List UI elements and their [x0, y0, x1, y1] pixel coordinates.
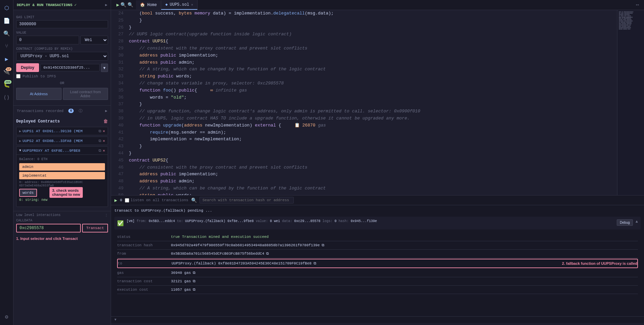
uups2-close-icon[interactable]: ✕	[103, 139, 105, 143]
deploy-chevron-button[interactable]: ▾	[101, 64, 108, 72]
deploy-address-input[interactable]: 0x9145CCE52D386f25...	[40, 64, 100, 71]
code-line-34: string public words;	[129, 73, 614, 80]
value-input[interactable]: 0	[16, 36, 79, 44]
expand-terminal-icon[interactable]: ▼	[114, 318, 116, 322]
uups2-caret-icon: ▶	[19, 139, 21, 143]
words-annotation: 3. check wordschanged to new	[49, 187, 83, 198]
tx-success-row: ✅ [vm] from: 0x5B3...eddc4 to: UUPSProxy…	[114, 217, 641, 229]
tx-cost-copy-icon[interactable]: ⧉	[193, 279, 195, 283]
settings-icon[interactable]: ⚙	[1, 312, 12, 322]
deploy-content: GAS LIMIT 3000000 VALUE 0 Wei Gwei Finne…	[13, 10, 111, 103]
tab-home[interactable]: 🏠 Home	[136, 0, 161, 9]
play-icon[interactable]: ▶	[116, 2, 119, 8]
search-icon[interactable]: 🔍	[1, 28, 12, 39]
gas-input[interactable]: 3000000	[16, 20, 108, 28]
code-line-26: }	[129, 24, 614, 31]
listen-all-checkbox[interactable]	[125, 198, 129, 203]
gas-label: GAS LIMIT	[16, 15, 108, 19]
debug-icon[interactable]: 🐛 203	[1, 79, 12, 90]
to-row: to UUPSProxy.(fallback) 0xf8e81D47203A59…	[117, 259, 638, 268]
deploy-icon[interactable]: ▶	[1, 54, 12, 65]
tx-hash-value: 0x945d702a49f479f986559f70c0ab6814953494…	[171, 243, 638, 247]
low-level-section: Low level interactions ⋮ CALLDATA 0xc298…	[13, 211, 111, 234]
gas-row: gas 36940 gas ⧉	[117, 269, 638, 277]
gas-copy-icon[interactable]: ⧉	[193, 271, 195, 275]
contract-item-uupsproxy-header[interactable]: ▼ UUPSPROXY AT 0XF8E...9FBE8 ⧉ ✕	[16, 147, 108, 154]
calldata-label: CALLDATA	[16, 219, 108, 222]
contract-item-uups2: ▶ UUPS2 AT 0XD8B...33FA8 (MEM ⧉ ✕	[16, 137, 108, 145]
at-address-button[interactable]: At Address	[16, 88, 62, 100]
debug-badge: 203	[4, 80, 11, 84]
exec-cost-row: execution cost 11057 gas ⧉	[117, 286, 638, 294]
tx-recorded-row: Transactions recorded 6 ⓘ ▶	[13, 105, 111, 116]
code-line-24: (bool success, bytes memory data) = impl…	[129, 10, 614, 17]
tab-close-icon[interactable]: ✕	[191, 3, 193, 7]
uups1-copy-icon[interactable]: ⧉	[99, 129, 101, 133]
run-controls: ▶ 🔍 🔍	[114, 1, 136, 9]
contract-item-uups1: ▶ UUPS1 AT 0XD91...39138 (MEM ⧉ ✕	[16, 127, 108, 135]
code-line-45: implementation = newImplementation;	[129, 136, 614, 143]
addr-info: 0: address: 0xd8b934580fcE35a11B58C6D73a…	[19, 181, 105, 187]
trash-icon[interactable]: 🗑	[103, 119, 108, 124]
collapse-icon[interactable]: ▶	[105, 3, 107, 7]
tab-uups-sol[interactable]: ◆ UUPS.sol ✕	[161, 0, 198, 10]
publish-ipfs-checkbox[interactable]	[16, 74, 21, 78]
load-contract-button[interactable]: Load contract from Addre	[63, 88, 108, 100]
uupsproxy-close-icon[interactable]: ✕	[103, 148, 105, 153]
git-icon[interactable]: ⑂	[1, 41, 12, 52]
expand-tx-icon[interactable]: ▲	[636, 219, 638, 224]
tx-detail-section: status true Transaction mined and execut…	[114, 231, 641, 295]
exec-cost-copy-icon[interactable]: ⧉	[193, 288, 195, 292]
implementat-button[interactable]: implementat	[19, 172, 105, 179]
tx-expand-icon[interactable]: ▶	[105, 109, 107, 113]
minimap-content: ████ ██ ████████████████ ███ ████ ██████…	[617, 10, 644, 31]
transact-button[interactable]: Transact	[82, 224, 108, 232]
zoom-out-icon[interactable]: 🔍	[120, 2, 126, 8]
contract-item-uups1-header[interactable]: ▶ UUPS1 AT 0XD91...39138 (MEM ⧉ ✕	[16, 127, 108, 135]
tx-hash-copy-icon[interactable]: ⧉	[322, 243, 324, 247]
exec-cost-text: 11057 gas	[171, 288, 191, 292]
code-line-44: require(msg.sender == admin);	[129, 129, 614, 136]
admin-button[interactable]: admin	[19, 163, 105, 171]
files-icon[interactable]: 📄	[1, 15, 12, 26]
calldata-input[interactable]: 0xc2985578	[16, 224, 81, 232]
code-line-49: contract UUPS2{	[129, 157, 614, 164]
terminal-bottom: ▼	[111, 316, 644, 323]
plugin-icon[interactable]: 🔌 17	[1, 67, 12, 77]
exec-cost-label: execution cost	[117, 288, 171, 292]
from-address-text: 0x5B38Da6a701c568545dCFcB03FcB875f56bedd…	[171, 252, 264, 256]
from-copy-icon[interactable]: ⧉	[266, 252, 269, 256]
contract-item-uups2-header[interactable]: ▶ UUPS2 AT 0XD8B...33FA8 (MEM ⧉ ✕	[16, 137, 108, 145]
uupsproxy-name: UUPSPROXY AT 0XF8E...9FBE8	[23, 149, 97, 153]
gas-value: 36940 gas ⧉	[171, 271, 638, 275]
low-level-menu-icon[interactable]: ⋮	[105, 213, 108, 217]
deploy-button[interactable]: Deploy	[16, 63, 39, 72]
uupsproxy-copy-icon[interactable]: ⧉	[99, 149, 101, 153]
terminal-area: ▶ 0 listen on all transactions 🔍 transac…	[111, 195, 644, 323]
info-icon: ⓘ	[79, 108, 82, 113]
status-label: status	[117, 235, 171, 239]
value-label: VALUE	[16, 31, 108, 35]
logo-icon[interactable]: ⬡	[1, 3, 12, 13]
code-line-28: // UUPS logic contract(upgrade function …	[129, 31, 614, 38]
code-line-36: // change state variable in proxy, selec…	[129, 80, 614, 87]
code-line-38: words = "old";	[129, 94, 614, 101]
contract-select[interactable]: UUPSProxy - UUPS.sol UUPS1 - UUPS.sol UU…	[16, 52, 108, 61]
gas-detail-label: gas	[117, 271, 171, 275]
value-unit-select[interactable]: Wei Gwei Finney Ether	[80, 36, 108, 44]
zoom-in-icon[interactable]: 🔍	[128, 2, 133, 8]
debug-button[interactable]: Debug	[617, 219, 633, 226]
expand-editor-icon[interactable]: ⟷	[634, 2, 641, 7]
uups1-close-icon[interactable]: ✕	[103, 129, 105, 133]
uups2-copy-icon[interactable]: ⧉	[99, 139, 101, 143]
minimap: ████ ██ ████████████████ ███ ████ ██████…	[617, 10, 644, 195]
icon-bar: ⬡ 📄 🔍 ⑂ ▶ 🔌 17 🐛 203 ⟨⟩ ⚙	[0, 0, 13, 325]
code-line-37: function foo() public{ ∞ infinite gas	[129, 87, 614, 94]
code-icon[interactable]: ⟨⟩	[1, 92, 12, 103]
terminal-toolbar: ▶ 0 listen on all transactions 🔍	[111, 195, 644, 205]
terminal-search-input[interactable]	[200, 197, 294, 204]
terminal-search-icon[interactable]: 🔍	[191, 197, 197, 203]
to-copy-icon[interactable]: ⧉	[314, 261, 316, 265]
terminal-play-icon[interactable]: ▶	[114, 197, 117, 203]
words-button[interactable]: words	[19, 189, 37, 197]
